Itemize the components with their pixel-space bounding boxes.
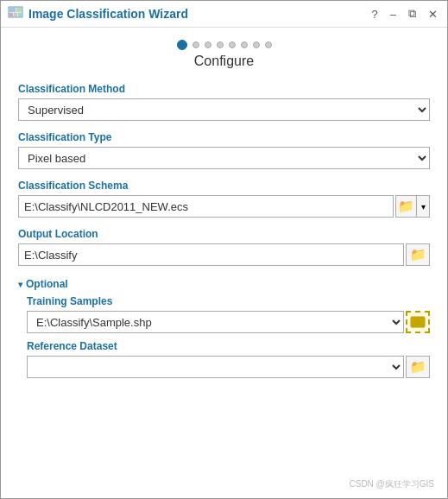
step-6-dot[interactable] bbox=[241, 41, 248, 48]
classification-schema-row: 📁 ▾ bbox=[18, 195, 430, 218]
classification-schema-folder-split: 📁 ▾ bbox=[395, 195, 430, 218]
classification-schema-dropdown-arrow[interactable]: ▾ bbox=[417, 196, 429, 217]
training-samples-row: E:\Classify\Sample.shp bbox=[27, 311, 430, 333]
reference-dataset-row: 📁 bbox=[27, 356, 430, 378]
main-window: Image Classification Wizard ? – ⧉ ✕ bbox=[0, 0, 448, 499]
reference-dataset-select[interactable] bbox=[27, 356, 404, 378]
svg-rect-1 bbox=[9, 8, 16, 12]
step-5-dot[interactable] bbox=[229, 41, 236, 48]
output-location-folder-btn[interactable]: 📁 bbox=[406, 243, 430, 266]
step-3-dot[interactable] bbox=[205, 41, 211, 48]
training-samples-icon bbox=[410, 314, 426, 330]
optional-toggle[interactable]: ▾ Optional bbox=[18, 278, 430, 290]
step-4-dot[interactable] bbox=[217, 41, 224, 48]
classification-method-label: Classification Method bbox=[18, 83, 430, 95]
classification-type-select[interactable]: Pixel based bbox=[18, 147, 430, 169]
app-icon bbox=[8, 6, 23, 22]
title-bar-controls: ? – ⧉ ✕ bbox=[369, 7, 440, 21]
classification-type-label: Classification Type bbox=[18, 131, 430, 143]
output-location-label: Output Location bbox=[18, 228, 430, 240]
step-indicator bbox=[18, 40, 430, 50]
svg-rect-5 bbox=[18, 13, 22, 16]
close-button[interactable]: ✕ bbox=[426, 8, 440, 21]
reference-dataset-folder-btn[interactable]: 📁 bbox=[406, 356, 430, 378]
optional-chevron-icon: ▾ bbox=[18, 280, 22, 289]
svg-rect-2 bbox=[16, 8, 22, 12]
classification-schema-input[interactable] bbox=[18, 195, 394, 218]
classification-method-select[interactable]: Supervised bbox=[18, 98, 430, 121]
svg-rect-3 bbox=[9, 13, 13, 16]
pin-button[interactable]: – bbox=[388, 8, 399, 21]
title-bar: Image Classification Wizard ? – ⧉ ✕ bbox=[1, 1, 447, 28]
svg-rect-7 bbox=[411, 317, 417, 319]
optional-section: ▾ Optional Training Samples E:\Classify\… bbox=[18, 278, 430, 378]
training-samples-select[interactable]: E:\Classify\Sample.shp bbox=[27, 311, 404, 333]
step-2-dot[interactable] bbox=[192, 41, 199, 48]
classification-schema-folder-icon[interactable]: 📁 bbox=[396, 196, 417, 217]
output-location-row: 📁 bbox=[18, 243, 430, 266]
float-button[interactable]: ⧉ bbox=[406, 7, 419, 21]
title-bar-left: Image Classification Wizard bbox=[8, 6, 188, 22]
window-title: Image Classification Wizard bbox=[28, 7, 188, 21]
optional-label: Optional bbox=[26, 278, 68, 290]
output-location-input[interactable] bbox=[18, 243, 404, 266]
help-button[interactable]: ? bbox=[369, 8, 381, 21]
section-heading: Configure bbox=[18, 54, 430, 69]
step-8-dot[interactable] bbox=[265, 41, 272, 48]
step-1-dot[interactable] bbox=[177, 40, 187, 50]
optional-content: Training Samples E:\Classify\Sample.shp bbox=[18, 295, 430, 378]
content-area: Configure Classification Method Supervis… bbox=[1, 28, 447, 498]
training-samples-picker-btn[interactable] bbox=[406, 311, 430, 333]
step-7-dot[interactable] bbox=[253, 41, 260, 48]
training-samples-label: Training Samples bbox=[27, 295, 430, 307]
reference-dataset-label: Reference Dataset bbox=[27, 340, 430, 352]
svg-rect-4 bbox=[14, 13, 17, 16]
classification-schema-label: Classification Schema bbox=[18, 180, 430, 192]
